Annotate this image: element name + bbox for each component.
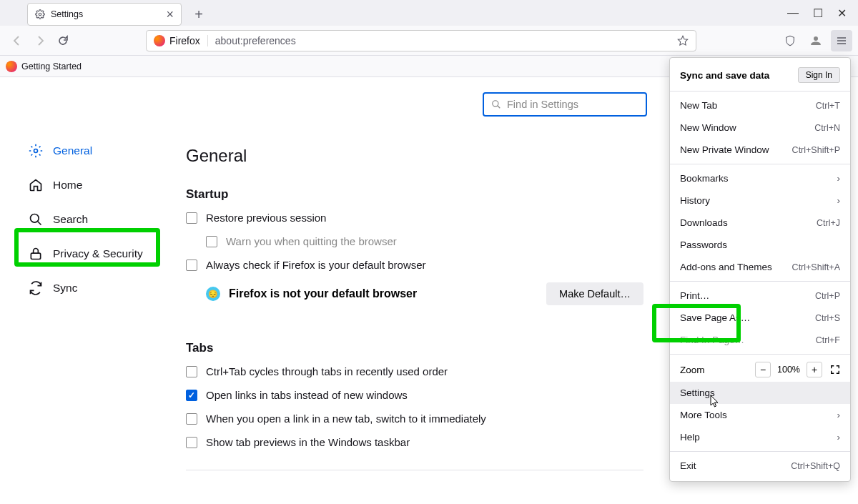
search-icon — [29, 212, 43, 227]
sidebar-item-sync[interactable]: Sync — [21, 274, 164, 302]
settings-search[interactable]: Find in Settings — [483, 92, 647, 117]
sidebar-item-search[interactable]: Search — [21, 205, 164, 234]
menu-downloads[interactable]: DownloadsCtrl+J — [670, 212, 850, 234]
search-placeholder: Find in Settings — [507, 99, 578, 110]
sidebar-label: Home — [53, 179, 82, 192]
gear-icon — [29, 144, 43, 158]
menu-help[interactable]: Help› — [670, 426, 850, 448]
fullscreen-icon[interactable] — [830, 365, 840, 375]
separator — [186, 470, 644, 470]
zoom-value: 100% — [777, 365, 800, 375]
close-tab-icon[interactable]: × — [166, 8, 174, 21]
menu-history[interactable]: History› — [670, 189, 850, 212]
account-icon[interactable] — [805, 30, 827, 51]
menu-save-page[interactable]: Save Page As…Ctrl+S — [670, 307, 850, 329]
menu-exit[interactable]: ExitCtrl+Shift+Q — [670, 455, 850, 477]
svg-point-2 — [34, 149, 38, 153]
firefox-logo-icon — [154, 35, 165, 46]
sync-icon — [29, 281, 43, 295]
zoom-in-button[interactable]: + — [807, 362, 822, 377]
menu-print[interactable]: Print…Ctrl+P — [670, 285, 850, 307]
sign-in-button[interactable]: Sign In — [798, 67, 840, 83]
browser-tab[interactable]: Settings × — [27, 3, 182, 26]
chevron-right-icon: › — [837, 410, 841, 420]
svg-point-5 — [493, 101, 498, 107]
sidebar-item-privacy[interactable]: Privacy & Security — [21, 239, 164, 268]
checkbox[interactable] — [186, 437, 197, 448]
tabs-strip: Settings × + — ☐ ✕ — [0, 0, 858, 26]
checkbox[interactable] — [186, 390, 197, 401]
menu-new-private[interactable]: New Private WindowCtrl+Shift+P — [670, 139, 850, 161]
new-tab-button[interactable]: + — [189, 4, 209, 24]
sidebar-label: Search — [53, 213, 88, 226]
sidebar-label: General — [53, 144, 92, 157]
default-browser-status: Firefox is not your default browser — [229, 287, 417, 300]
checkbox[interactable] — [186, 212, 197, 224]
forward-button[interactable] — [29, 29, 51, 52]
lock-icon — [29, 247, 43, 261]
url-text: about:preferences — [208, 35, 296, 46]
window-minimize[interactable]: — — [787, 6, 799, 20]
star-icon[interactable] — [677, 35, 696, 46]
svg-marker-1 — [678, 36, 687, 45]
preferences-sidebar: General Home Search Privacy & Security S… — [21, 137, 164, 308]
protection-icon[interactable] — [779, 30, 801, 51]
menu-addons[interactable]: Add-ons and ThemesCtrl+Shift+A — [670, 256, 850, 278]
svg-point-0 — [39, 13, 41, 16]
gear-icon — [35, 9, 45, 19]
checkbox[interactable] — [186, 413, 197, 425]
firefox-logo-icon — [6, 61, 17, 72]
reload-button[interactable] — [51, 29, 74, 52]
sidebar-label: Privacy & Security — [53, 247, 143, 260]
menu-settings[interactable]: Settings — [670, 382, 850, 404]
checkbox — [206, 236, 217, 247]
svg-rect-4 — [31, 253, 40, 259]
toolbar: Firefox about:preferences — [0, 26, 858, 56]
window-close[interactable]: ✕ — [837, 6, 847, 20]
sidebar-label: Sync — [53, 282, 77, 295]
menu-find[interactable]: Find In Page…Ctrl+F — [670, 329, 850, 351]
menu-zoom: Zoom − 100% + — [670, 357, 850, 382]
menu-new-tab[interactable]: New TabCtrl+T — [670, 94, 850, 117]
menu-bookmarks[interactable]: Bookmarks› — [670, 167, 850, 189]
bookmark-item[interactable]: Getting Started — [21, 61, 82, 71]
chevron-right-icon: › — [837, 195, 841, 206]
sidebar-item-general[interactable]: General — [21, 137, 164, 165]
tab-title: Settings — [51, 9, 83, 19]
menu-more-tools[interactable]: More Tools› — [670, 404, 850, 426]
app-menu: Sync and save data Sign In New TabCtrl+T… — [669, 57, 851, 482]
home-icon — [29, 178, 43, 192]
sidebar-item-home[interactable]: Home — [21, 171, 164, 199]
sad-face-icon: 😔 — [206, 287, 220, 301]
make-default-button[interactable]: Make Default… — [546, 282, 644, 305]
zoom-out-button[interactable]: − — [755, 362, 771, 377]
menu-new-window[interactable]: New WindowCtrl+N — [670, 117, 850, 139]
url-identity: Firefox — [169, 35, 200, 46]
chevron-right-icon: › — [837, 432, 841, 443]
checkbox[interactable] — [186, 260, 197, 271]
chevron-right-icon: › — [837, 173, 841, 184]
svg-point-3 — [31, 214, 39, 223]
checkbox[interactable] — [186, 366, 197, 377]
app-menu-button[interactable] — [831, 30, 852, 51]
back-button[interactable] — [6, 29, 29, 52]
menu-passwords[interactable]: Passwords — [670, 234, 850, 256]
window-maximize[interactable]: ☐ — [813, 6, 823, 20]
menu-sync-row[interactable]: Sync and save data Sign In — [670, 62, 850, 88]
url-bar[interactable]: Firefox about:preferences — [146, 30, 696, 51]
